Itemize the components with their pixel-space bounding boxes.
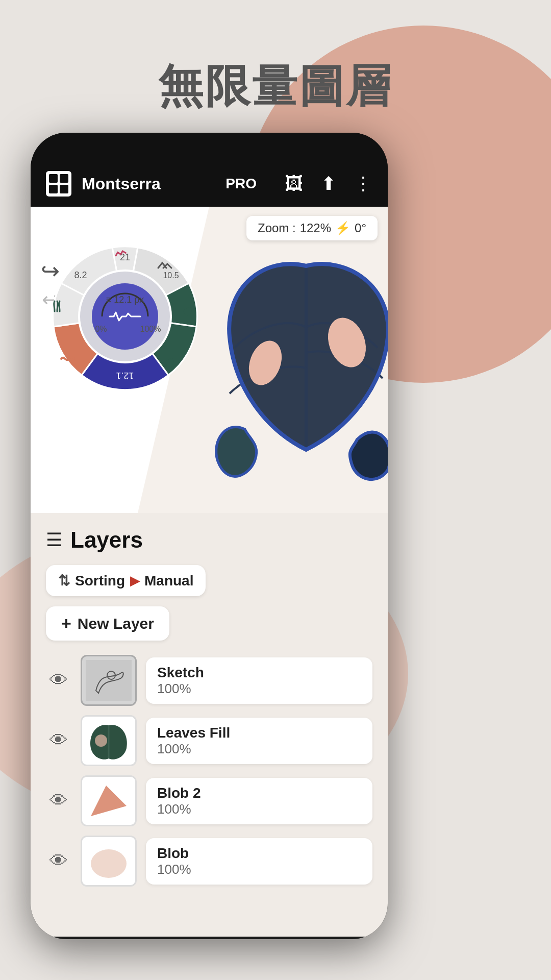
visibility-eye-4[interactable]: 👁 [46,850,71,872]
layer-name-2: Leaves Fill [157,725,361,741]
svg-rect-11 [86,660,132,701]
sorting-button[interactable]: ⇅ Sorting ▶ Manual [46,565,372,606]
page-title: 無限量圖層 [0,56,551,117]
svg-text:8.2: 8.2 [74,270,87,280]
layer-info-2: Leaves Fill 100% [146,718,372,764]
new-layer-label: New Layer [78,615,154,632]
logo-sq1 [49,174,58,183]
layer-opacity-2: 100% [157,741,361,757]
phone-frame: Montserra PRO 🖼 ⬆ ⋮ Zoom : 122% ⚡ 0° ↩ ↩… [31,133,388,939]
svg-point-14 [95,734,107,747]
gallery-icon[interactable]: 🖼 [285,173,303,194]
layer-name-4: Blob [157,845,361,862]
layer-opacity-4: 100% [157,862,361,877]
plant-illustration [204,225,388,513]
new-layer-button-wrapper[interactable]: + New Layer [46,606,372,655]
layer-item[interactable]: 👁 Sketch 100% [46,655,372,706]
sorting-mode: Manual [144,573,193,589]
visibility-eye-3[interactable]: 👁 [46,790,71,812]
blob2-thumb [86,780,132,821]
sorting-label: Sorting [75,573,125,589]
layer-opacity-1: 100% [157,681,361,697]
layer-thumbnail-2 [81,715,137,766]
layers-panel: ☰ Layers ⇅ Sorting ▶ Manual + New Layer … [31,513,388,937]
svg-text:0%: 0% [95,325,107,333]
leaves-thumb [86,720,132,761]
more-icon[interactable]: ⋮ [354,173,372,194]
layers-header: ☰ Layers [46,527,372,553]
logo-sq3 [49,185,58,193]
layer-thumbnail-4 [81,836,137,887]
layer-name-3: Blob 2 [157,785,361,801]
status-bar [31,133,388,161]
canvas-area[interactable]: Zoom : 122% ⚡ 0° ↩ ↩ 21 10.5 [31,207,388,513]
layer-info-1: Sketch 100% [146,657,372,704]
layer-item[interactable]: 👁 Blob 2 100% [46,775,372,826]
logo-sq4 [60,185,68,193]
blob-thumb [86,841,132,881]
sketch-thumb [86,660,132,701]
plus-icon: + [61,614,71,633]
brush-wheel-svg: 21 10.5 8.2 [46,237,204,396]
layer-item[interactable]: 👁 Blob 100% [46,836,372,887]
layer-info-4: Blob 100% [146,838,372,885]
plant-svg [204,225,388,511]
svg-text:100%: 100% [140,325,161,333]
svg-text:10.5: 10.5 [163,271,179,280]
layer-item[interactable]: 👁 Leaves Fill 100% [46,715,372,766]
visibility-eye-1[interactable]: 👁 [46,670,71,691]
sorting-chevron: ▶ [130,574,139,588]
sort-icon: ⇅ [58,572,70,589]
hamburger-icon[interactable]: ☰ [46,529,62,551]
layers-title: Layers [70,527,143,553]
logo-sq2 [60,174,68,183]
app-bar: Montserra PRO 🖼 ⬆ ⋮ [31,161,388,207]
visibility-eye-2[interactable]: 👁 [46,730,71,751]
app-name: Montserra [82,175,215,193]
brush-picker[interactable]: 21 10.5 8.2 [46,237,204,396]
share-icon[interactable]: ⬆ [321,173,336,194]
layer-opacity-3: 100% [157,801,361,817]
app-pro-label: PRO [226,176,257,192]
sorting-btn[interactable]: ⇅ Sorting ▶ Manual [46,565,206,596]
svg-point-17 [91,849,127,878]
svg-text:≡  12.1 px: ≡ 12.1 px [106,295,144,305]
layer-info-3: Blob 2 100% [146,778,372,824]
svg-text:12.1: 12.1 [116,371,134,381]
layer-thumbnail-1 [81,655,137,706]
layer-thumbnail-3 [81,775,137,826]
new-layer-btn[interactable]: + New Layer [46,606,169,641]
app-logo [46,171,71,197]
layer-name-1: Sketch [157,665,361,681]
